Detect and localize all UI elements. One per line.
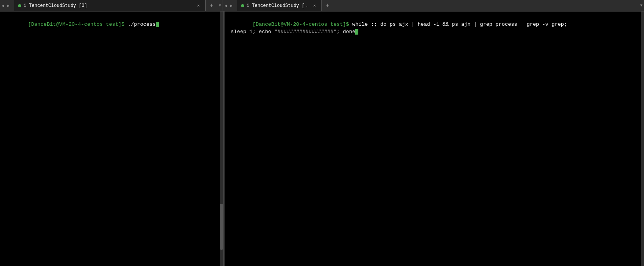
left-tab-dropdown[interactable]: ▼ xyxy=(217,0,223,11)
left-prev-btn[interactable]: ◀ xyxy=(2,3,7,8)
right-scrollbar[interactable] xyxy=(641,12,644,266)
right-add-tab-btn[interactable]: + xyxy=(322,0,333,11)
left-scrollbar[interactable] xyxy=(220,12,223,266)
right-tab-dropdown[interactable]: ▼ xyxy=(639,0,644,11)
panes-container: [DanceBit@VM-20-4-centos test]$ ./proces… xyxy=(0,12,644,266)
right-dropdown-icon: ▼ xyxy=(640,3,642,8)
right-prev-btn[interactable]: ◀ xyxy=(225,3,230,8)
right-command-line2: sleep 1; echo "##################"; done xyxy=(228,29,355,35)
right-next-btn[interactable]: ▶ xyxy=(230,3,236,8)
left-cursor xyxy=(156,22,159,27)
left-tab-nav: ◀ ▶ xyxy=(0,0,14,11)
left-tab-bar: ◀ ▶ 1 TencentCloudStudy [0] ✕ + ▼ xyxy=(0,0,223,11)
tab-1-dot xyxy=(241,4,244,7)
tab-1-close[interactable]: ✕ xyxy=(311,3,318,9)
right-terminal-content[interactable]: [DanceBit@VM-20-4-centos test]$ while :;… xyxy=(225,12,644,266)
left-dropdown-icon: ▼ xyxy=(219,3,221,8)
left-next-btn[interactable]: ▶ xyxy=(7,3,13,8)
right-command-line1: while :; do ps ajx | head -1 && ps ajx |… xyxy=(349,22,567,27)
terminal-container: ◀ ▶ 1 TencentCloudStudy [0] ✕ + ▼ ◀ ▶ 1 … xyxy=(0,0,644,266)
left-terminal-content[interactable]: [DanceBit@VM-20-4-centos test]$ ./proces… xyxy=(0,12,223,266)
left-add-tab-btn[interactable]: + xyxy=(206,0,217,11)
tab-0-label: 1 TencentCloudStudy [0] xyxy=(23,3,193,8)
right-cursor xyxy=(355,29,358,35)
right-prompt: [DanceBit@VM-20-4-centos test]$ xyxy=(253,22,349,27)
left-prompt: [DanceBit@VM-20-4-centos test]$ xyxy=(28,22,125,27)
tab-0-close[interactable]: ✕ xyxy=(195,3,201,9)
tab-1-label: 1 TencentCloudStudy [1] xyxy=(246,3,309,8)
left-scrollbar-thumb[interactable] xyxy=(220,204,223,250)
left-command: ./process xyxy=(125,22,156,27)
right-pane[interactable]: [DanceBit@VM-20-4-centos test]$ while :;… xyxy=(225,12,644,266)
left-pane[interactable]: [DanceBit@VM-20-4-centos test]$ ./proces… xyxy=(0,12,223,266)
right-tab-nav: ◀ ▶ xyxy=(223,0,237,11)
tab-1[interactable]: 1 TencentCloudStudy [1] ✕ xyxy=(237,0,322,11)
tab-0-dot xyxy=(18,4,21,7)
right-tab-bar: ◀ ▶ 1 TencentCloudStudy [1] ✕ + ▼ xyxy=(223,0,644,11)
tab-0[interactable]: 1 TencentCloudStudy [0] ✕ xyxy=(14,0,206,11)
